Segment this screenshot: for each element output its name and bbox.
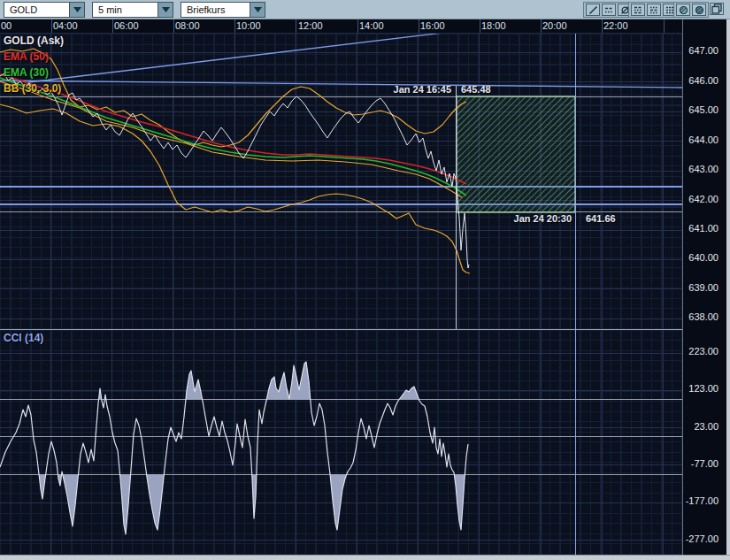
time-axis-tick — [664, 19, 665, 33]
horizontal-lines-tool-button[interactable] — [602, 4, 616, 16]
draw-tools-group — [583, 2, 634, 18]
pattern-group — [673, 2, 709, 18]
bottom-border-strip — [0, 555, 730, 560]
axis-value-label: 223.00 — [688, 346, 718, 357]
interval-select[interactable]: 5 min — [92, 2, 173, 18]
time-axis-tick — [419, 19, 419, 33]
annotation-bottom-time: Jan 24 20:30 — [465, 213, 572, 224]
value-axis: 647.00646.00645.00644.00643.00642.00641.… — [682, 19, 726, 555]
chart-region: 0004:0006:0008:0010:0012:0014:0016:0018:… — [0, 19, 726, 555]
right-border-strip — [726, 19, 730, 555]
time-axis-label: 16:00 — [420, 20, 445, 31]
axis-value-label: 638.00 — [688, 311, 718, 322]
axis-value-label: -77.00 — [691, 458, 718, 469]
chart-window: GOLD 5 min Briefkurs — [0, 0, 730, 560]
line-style-1-button[interactable] — [631, 4, 645, 16]
legend-bb: BB (30, 3.0) — [4, 82, 64, 98]
axis-value-label: 647.00 — [688, 45, 718, 56]
chevron-down-icon[interactable] — [158, 3, 173, 17]
time-axis-label: 22:00 — [603, 20, 628, 31]
time-axis-label: 12:00 — [298, 20, 323, 31]
axis-value-label: 641.00 — [688, 223, 718, 234]
price-chart-legend: GOLD (Ask) EMA (50) EMA (30) BB (30, 3.0… — [4, 35, 64, 98]
time-axis-label: 20:00 — [542, 20, 567, 31]
symbol-select[interactable]: GOLD — [4, 2, 85, 18]
cci-oversold-fill — [0, 362, 468, 534]
time-axis-tick — [357, 19, 358, 33]
price-type-select-value: Briefkurs — [181, 3, 250, 17]
axis-value-label: 644.00 — [688, 134, 718, 145]
time-axis-tick — [480, 19, 480, 33]
time-axis-tick — [602, 19, 603, 33]
line-style-2-button[interactable] — [647, 4, 661, 16]
cci-chart-panel[interactable]: CCI (14) — [0, 329, 682, 555]
time-axis-label: 18:00 — [481, 20, 506, 31]
legend-ema30: EMA (30) — [4, 66, 64, 82]
interval-select-value: 5 min — [93, 3, 158, 17]
time-axis-tick — [51, 19, 52, 33]
time-axis-tick — [173, 19, 174, 33]
annotation-top-price: 645.48 — [461, 84, 491, 95]
axis-value-label: 645.00 — [688, 104, 718, 115]
annotation-bottom-price: 641.66 — [586, 213, 616, 224]
time-axis-tick — [541, 19, 542, 33]
axis-value-label: -277.00 — [686, 533, 718, 544]
annotation-top-time: Jan 24 16:45 — [345, 84, 451, 95]
line-style-group — [628, 2, 680, 18]
pattern-circle-1-button[interactable] — [676, 4, 690, 16]
time-axis-label: 08:00 — [175, 20, 200, 31]
legend-ema50: EMA (50) — [4, 50, 64, 66]
cascade-windows-button[interactable] — [710, 3, 724, 15]
axis-value-label: 640.00 — [688, 252, 718, 263]
axis-value-label: 639.00 — [688, 282, 718, 293]
pattern-circle-2-button[interactable] — [692, 4, 706, 16]
time-axis-label: 06:00 — [114, 20, 139, 31]
time-axis: 0004:0006:0008:0010:0012:0014:0016:0018:… — [0, 19, 726, 33]
axis-value-label: 123.00 — [688, 383, 718, 394]
toolbar: GOLD 5 min Briefkurs — [0, 0, 730, 19]
axis-value-label: 23.00 — [694, 421, 718, 432]
axis-value-label: 642.00 — [688, 194, 718, 204]
cci-legend: CCI (14) — [4, 332, 43, 344]
time-axis-tick — [234, 19, 235, 33]
time-axis-label: 04:00 — [53, 20, 78, 31]
price-type-select[interactable]: Briefkurs — [181, 2, 265, 18]
trendline-tool-button[interactable] — [586, 4, 600, 16]
bb-middle-line — [0, 81, 462, 197]
chevron-down-icon[interactable] — [250, 3, 265, 17]
price-chart-panel[interactable]: GOLD (Ask) EMA (50) EMA (30) BB (30, 3.0… — [0, 33, 682, 329]
axis-value-label: 646.00 — [688, 75, 718, 86]
projection-box[interactable] — [457, 96, 575, 212]
time-axis-label: 00 — [1, 20, 12, 31]
time-axis-label: 10:00 — [236, 20, 261, 31]
time-axis-tick — [296, 19, 296, 33]
axis-value-label: -177.00 — [686, 495, 718, 506]
chevron-down-icon[interactable] — [69, 3, 84, 17]
ema30-line — [0, 78, 466, 196]
symbol-select-value: GOLD — [4, 3, 69, 17]
time-axis-tick — [112, 19, 113, 33]
cci-chart-canvas — [0, 330, 682, 555]
time-axis-label: 14:00 — [359, 20, 384, 31]
price-chart-canvas — [0, 34, 682, 330]
trend-line[interactable] — [28, 34, 443, 82]
sloped-resistance-line[interactable] — [0, 81, 682, 88]
axis-value-label: 643.00 — [688, 164, 718, 174]
legend-symbol: GOLD (Ask) — [4, 35, 64, 50]
